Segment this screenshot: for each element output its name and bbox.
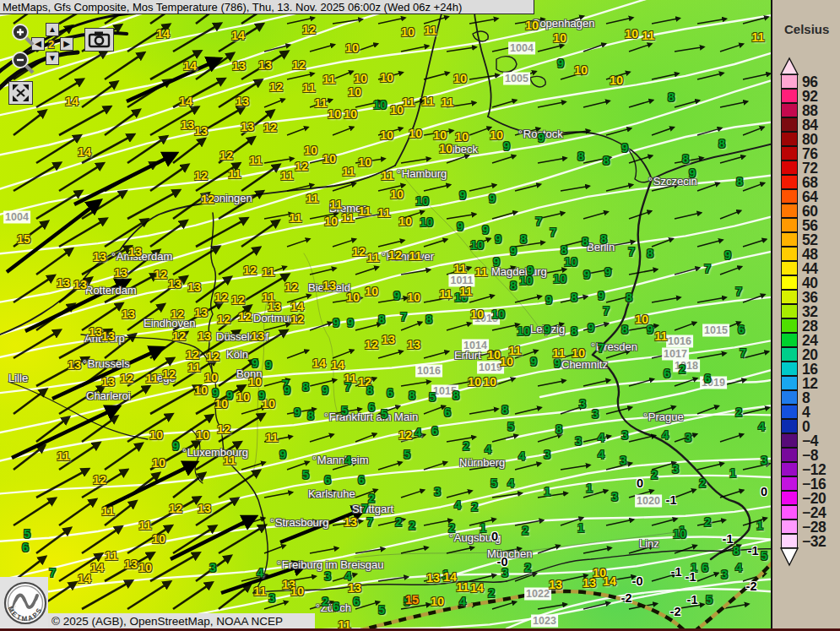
up-arrow-icon: ▲ [48,24,57,34]
zoom-out-button[interactable] [10,51,35,74]
temperature-value: 12 [238,311,252,323]
temperature-value: -0 [632,575,643,587]
title-bar: MetMaps, Gfs Composite, Mos Temperature … [0,0,534,14]
weather-map[interactable]: 1004100510041011101310141019101610151015… [0,0,771,628]
down-arrow-icon: ▼ [48,53,57,63]
temperature-value: 3 [685,432,691,443]
temperature-value: 11 [338,619,350,628]
temperature-value: 8 [366,384,373,396]
zoom-in-button[interactable] [10,23,35,46]
temperature-value: 12 [269,81,283,93]
temperature-value: 12 [172,330,186,342]
temperature-value: 13 [198,503,211,514]
copyright-text: © 2025 (AGB), OpenStreetMap, NOAA NCEP [51,615,283,628]
city-marker-icon: ° [518,128,523,140]
left-arrow-icon: ◀ [35,39,41,48]
screenshot-button[interactable] [84,28,114,52]
temperature-value: 14 [78,573,91,585]
temperature-value: 6 [324,474,331,486]
temperature-value: 9 [530,356,537,367]
legend-color-block [781,218,798,232]
temperature-value: 3 [621,429,628,441]
city-label: Rotterdam [85,285,137,296]
city-name: Linz [639,537,659,550]
temperature-value: 9 [294,406,301,418]
legend-color-block [781,448,798,462]
temperature-value: 10 [248,376,262,388]
temperature-value: 3 [620,454,626,466]
temperature-value: 12 [302,24,316,35]
legend-color-block [781,175,798,189]
pan-right-button[interactable]: ▶ [60,37,73,51]
temperature-value: 12 [352,246,366,258]
temperature-value: 11 [249,155,262,166]
temperature-value: 10 [439,143,453,155]
legend-color-block [781,534,798,548]
temperature-value: 12 [206,351,219,362]
temperature-value: 2 [735,406,742,418]
legend-color-block [781,275,798,290]
temperature-value: 13 [73,279,87,291]
temperature-value: 9 [393,290,400,302]
temperature-value: 8 [600,233,607,245]
temperature-value: 3 [721,568,728,580]
temperature-value: 12 [217,423,230,435]
logo-box[interactable]: METMAPS [0,577,48,628]
temperature-value: 9 [557,57,564,69]
pan-up-button[interactable]: ▲ [46,23,59,36]
temperature-value: 9 [538,132,545,144]
camera-icon [85,29,113,51]
temperature-legend: Celsius 96928884807672686460565248444036… [771,0,840,631]
temperature-value: 12 [217,313,230,325]
temperature-value: 4 [662,429,669,441]
temperature-value: 6 [431,425,438,437]
city-marker-icon: ° [591,341,595,353]
pressure-label: 1016 [666,335,693,348]
temperature-value: 10 [519,275,533,286]
zoom-level-indicator: 2 [48,38,54,51]
temperature-value: 7 [603,305,610,317]
temperature-value: 13 [181,119,194,131]
temperature-value: 11 [138,519,151,531]
city-label: °Strasbourg [270,517,328,529]
temperature-value: 12 [186,349,199,361]
temperature-value: 8 [621,324,628,335]
temperature-value: 5 [429,391,436,403]
temperature-value: 8 [409,389,415,401]
legend-color-block [781,189,798,204]
temperature-value: 8 [682,153,689,165]
temperature-value: 11 [302,82,315,94]
city-marker-icon: ° [316,602,320,614]
temperature-value: 10 [409,128,422,139]
temperature-value: 2 [463,440,469,452]
city-marker-icon: ° [277,559,281,571]
temperature-value: 13 [268,301,281,313]
temperature-value: 10 [345,42,359,54]
legend-color-block [781,491,798,505]
temperature-value: 3 [592,408,599,420]
fullscreen-button[interactable] [8,81,33,105]
temperature-value: 4 [459,596,466,607]
temperature-value: 3 [761,454,767,466]
legend-color-block [781,462,798,476]
legend-color-block [781,132,798,146]
pan-down-button[interactable]: ▼ [46,52,59,65]
legend-color-block [781,89,798,103]
city-name: Nürnberg [459,456,505,469]
temperature-value: 8 [733,545,740,557]
city-label: Eindhoven [144,318,195,329]
temperature-value: 2 [471,501,478,513]
temperature-value: 8 [520,233,527,245]
city-marker-icon: ° [382,251,386,263]
temperature-value: 8 [453,389,459,401]
temperature-value: 12 [398,429,412,441]
pressure-label: 1020 [635,495,662,508]
temperature-value: 10 [553,32,566,44]
legend-color-block [781,318,798,333]
temperature-value: 8 [577,150,584,162]
temperature-value: 9 [588,322,594,334]
temperature-value: 1 [480,522,486,534]
temperature-value: 12 [263,122,277,133]
temperature-value: 11 [223,454,236,466]
pressure-label: 1023 [531,615,558,628]
